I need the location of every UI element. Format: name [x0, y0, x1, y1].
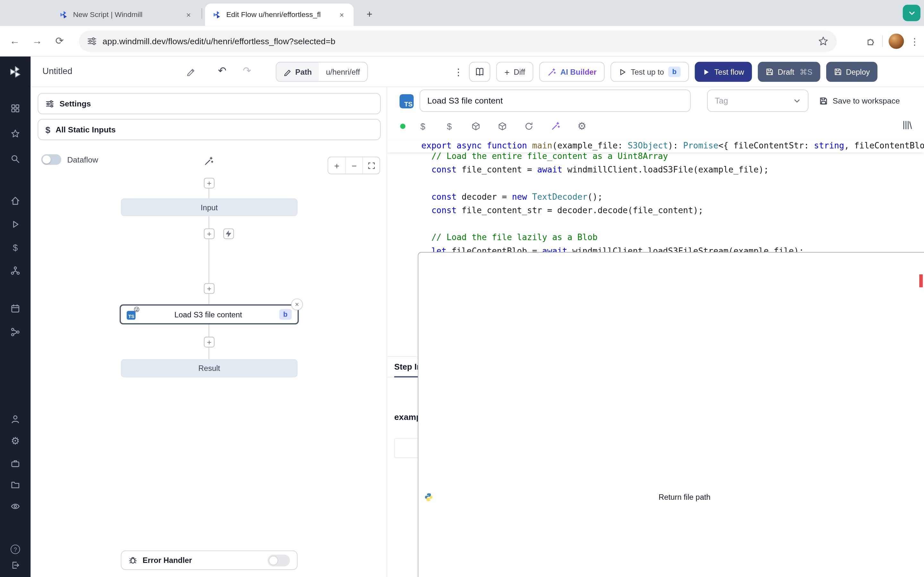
tab-search-button[interactable]: [903, 5, 921, 21]
flow-node-result[interactable]: Result: [121, 359, 298, 377]
ai-builder-button[interactable]: AI Builder: [540, 62, 605, 82]
flow-node-step-b-selected[interactable]: TS😜 Load S3 file content b: [120, 305, 299, 324]
dataflow-toggle[interactable]: [41, 154, 61, 165]
deploy-button[interactable]: Deploy: [826, 62, 877, 82]
folders-icon[interactable]: [11, 480, 20, 489]
extensions-icon[interactable]: [866, 36, 876, 47]
tab-divider: [202, 8, 202, 19]
browser-tab-edit-flow[interactable]: Edit Flow u/henri/effortless_fl ×: [205, 3, 354, 26]
workers-icon[interactable]: [11, 459, 20, 468]
ai-generate-wand-icon[interactable]: [542, 121, 569, 131]
play-icon: [619, 68, 627, 76]
browser-menu-icon[interactable]: ⋮: [910, 35, 919, 47]
resources-icon[interactable]: [11, 266, 20, 276]
help-icon[interactable]: ?: [11, 545, 20, 554]
add-step-button[interactable]: +: [204, 337, 215, 348]
site-settings-icon[interactable]: [87, 37, 97, 46]
static-inputs-row[interactable]: $ All Static Inputs: [38, 119, 381, 140]
close-icon[interactable]: ×: [184, 10, 193, 19]
save-to-workspace-button[interactable]: Save to workspace: [819, 93, 900, 108]
package-icon[interactable]: [463, 121, 489, 131]
dollar-icon: $: [45, 124, 50, 134]
error-marker: [919, 274, 923, 287]
save-icon: [765, 68, 774, 76]
sliders-icon: [45, 99, 54, 108]
audit-logs-eye-icon[interactable]: [11, 502, 20, 511]
bookmark-star-icon[interactable]: [818, 36, 829, 47]
users-icon[interactable]: [11, 414, 20, 424]
apps-icon[interactable]: [11, 103, 20, 113]
settings-gear-icon[interactable]: ⚙: [11, 436, 20, 446]
package-icon[interactable]: [489, 121, 515, 131]
error-handler-toggle[interactable]: [268, 554, 290, 566]
close-icon[interactable]: ×: [337, 10, 347, 19]
variables-picker-icon[interactable]: $: [410, 121, 436, 131]
test-up-to-button[interactable]: Test up to b: [611, 62, 689, 82]
path-button[interactable]: Path u/henri/eff: [276, 62, 368, 82]
back-button[interactable]: ←: [6, 32, 23, 50]
flow-node-step-a[interactable]: Return file path a: [418, 252, 924, 577]
editor-settings-gear-icon[interactable]: ⚙: [569, 121, 595, 131]
url-text: app.windmill.dev/flows/edit/u/henri/effo…: [103, 37, 812, 46]
diff-button[interactable]: + Diff: [496, 62, 533, 82]
add-branch-bolt-button[interactable]: [223, 229, 234, 239]
test-flow-button[interactable]: Test flow: [695, 62, 752, 82]
undo-icon[interactable]: ↶: [218, 65, 226, 77]
reload-button[interactable]: ⟳: [51, 32, 68, 50]
flow-node-input[interactable]: Input: [121, 198, 298, 216]
emoji-icon: 😜: [134, 307, 140, 313]
add-step-button[interactable]: +: [204, 283, 215, 293]
magic-wand-icon: [548, 67, 556, 76]
add-step-button[interactable]: +: [204, 178, 215, 189]
forward-button[interactable]: →: [28, 32, 46, 50]
path-label: Path: [295, 67, 312, 76]
windmill-logo[interactable]: [9, 65, 22, 78]
fit-view-button[interactable]: [363, 157, 380, 173]
new-tab-button[interactable]: +: [362, 7, 377, 23]
tag-select[interactable]: Tag: [707, 89, 809, 112]
search-icon[interactable]: [11, 154, 20, 163]
step-badge: b: [668, 67, 681, 77]
remove-step-button[interactable]: ×: [291, 298, 303, 310]
error-handler-row[interactable]: Error Handler: [121, 550, 298, 570]
address-bar[interactable]: app.windmill.dev/flows/edit/u/henri/effo…: [79, 31, 837, 52]
more-options-kebab-icon[interactable]: ⋮: [454, 66, 463, 77]
chevron-down-icon: [793, 97, 801, 105]
draft-button[interactable]: Draft ⌘S: [758, 62, 820, 82]
browser-toolbar: ← → ⟳ app.windmill.dev/flows/edit/u/henr…: [0, 26, 924, 57]
variables-icon[interactable]: $: [13, 243, 18, 252]
browser-tab-new-script[interactable]: New Script | Windmill ×: [52, 3, 200, 26]
canvas-zoom-controls: + −: [328, 157, 380, 174]
add-step-button[interactable]: +: [204, 229, 215, 239]
edit-title-pencil-icon[interactable]: [186, 67, 195, 76]
browser-tab-strip: New Script | Windmill × Edit Flow u/henr…: [0, 0, 924, 26]
home-icon[interactable]: [11, 196, 20, 205]
docs-book-button[interactable]: [469, 62, 490, 82]
bolt-icon: [226, 230, 231, 237]
pencil-icon: [283, 68, 291, 76]
runs-icon[interactable]: [11, 219, 20, 229]
shortcut-hint: ⌘S: [800, 67, 813, 76]
expand-icon: [367, 161, 375, 169]
library-icon[interactable]: [902, 120, 912, 130]
sticky-scroll-line: export async function main(example_file:…: [387, 139, 924, 152]
status-dot: [395, 123, 409, 129]
reload-icon[interactable]: [515, 121, 542, 131]
flows-icon[interactable]: [11, 327, 20, 337]
logout-icon[interactable]: [11, 561, 20, 570]
ai-flow-wand-icon[interactable]: [204, 156, 214, 166]
favorites-star-icon[interactable]: [11, 129, 20, 138]
resources-picker-icon[interactable]: $: [436, 121, 463, 131]
plus-icon: +: [504, 67, 509, 77]
schedules-icon[interactable]: [11, 304, 20, 313]
zoom-in-button[interactable]: +: [328, 157, 345, 173]
zoom-out-button[interactable]: −: [345, 157, 362, 173]
tab-title: Edit Flow u/henri/effortless_fl: [226, 11, 333, 19]
step-summary-input[interactable]: [420, 89, 691, 112]
dataflow-label: Dataflow: [67, 155, 98, 164]
tab-title: New Script | Windmill: [73, 11, 179, 19]
profile-avatar[interactable]: [889, 34, 904, 49]
redo-icon[interactable]: ↷: [243, 65, 251, 77]
flow-settings-row[interactable]: Settings: [38, 93, 381, 114]
editor-toolbar: $ $ ⚙: [395, 115, 595, 137]
